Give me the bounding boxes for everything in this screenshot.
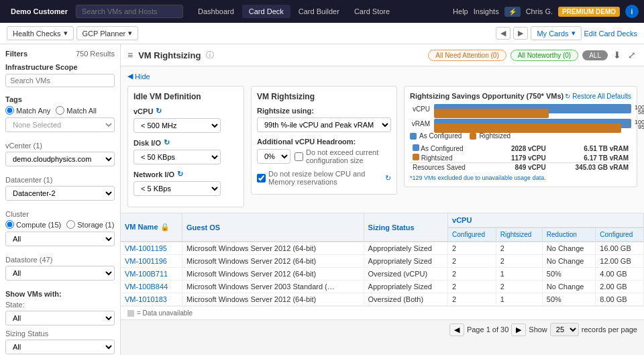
no-resize-checkbox-label[interactable]: Do not resize below CPU and Memory reser… [257, 170, 381, 186]
none-selected-dropdown[interactable]: None Selected [5, 117, 115, 132]
restore-defaults-btn[interactable]: ↻ Restore All Defaults [565, 93, 631, 100]
datacenter-dropdown[interactable]: Datacenter-2 [5, 186, 115, 201]
table-footer: ◀ Page 1 of 30 ▶ Show 25 records per pag… [121, 319, 644, 339]
lock-icon[interactable]: 🔒 [160, 223, 170, 231]
chart-legend: As Configured Rightsized [410, 132, 631, 140]
share-icon-btn[interactable]: ⤢ [627, 48, 637, 62]
network-select[interactable]: < 5 KBps [133, 181, 221, 196]
no-resize-checkbox[interactable] [257, 174, 266, 183]
storage-radio[interactable]: Storage (1) [66, 220, 114, 229]
disk-select[interactable]: < 50 KBps [133, 150, 221, 164]
settings-row: Idle VM Definition vCPU ↻ < 500 MHz [127, 86, 637, 207]
edit-card-decks-btn[interactable]: Edit Card Decks [584, 30, 637, 38]
vm-cfg-3: 2 [448, 268, 496, 281]
search-vms-input[interactable] [5, 74, 115, 87]
vm-rsize-4: 2 [496, 281, 542, 293]
disk-refresh-icon[interactable]: ↻ [164, 138, 170, 147]
attention-badge[interactable]: All Need Attention (0) [428, 50, 506, 61]
wifi-icon-btn[interactable]: ⚡ [504, 7, 521, 17]
vcpu-group: vCPU ↻ < 500 MHz [133, 107, 238, 133]
network-refresh-icon[interactable]: ↻ [177, 170, 183, 179]
idle-vm-col: Idle VM Definition vCPU ↻ < 500 MHz [127, 86, 244, 207]
noteworthy-badge[interactable]: All Noteworthy (0) [511, 50, 578, 61]
datastore-dropdown[interactable]: All [5, 266, 115, 281]
nav-link-cardstore[interactable]: Card Store [347, 5, 396, 18]
vm-rsize-5: 1 [496, 293, 542, 306]
user-name[interactable]: Chris G. [526, 7, 553, 15]
th-sub-configured[interactable]: Configured [448, 227, 496, 242]
vm-name-4[interactable]: VM-100B844 [121, 281, 182, 293]
vcpu-headroom-label: Additional vCPU Headroom: [257, 138, 391, 146]
next-page-btn[interactable]: ▶ [511, 323, 526, 336]
th-vm-name[interactable]: VM Name 🔒 [121, 213, 182, 242]
page-controls: ◀ Page 1 of 30 ▶ Show 25 records per pag… [449, 323, 637, 336]
no-exceed-checkbox-label[interactable]: Do not exceed current configuration size [294, 148, 391, 164]
match-all-radio[interactable]: Match All [56, 106, 97, 115]
vcenter-dropdown[interactable]: demo.cloudphysics.com [5, 152, 115, 166]
rightsizing-col: VM Rightsizing Rightsize using: 99th %-i… [251, 86, 397, 195]
nav-link-dashboard[interactable]: Dashboard [191, 5, 241, 18]
vram-rightsized-pct: 95% [638, 123, 644, 130]
cluster-section: Cluster Compute (15) Storage (1) All [5, 210, 115, 250]
info-icon[interactable]: ⓘ [206, 50, 214, 61]
th-sizing-status[interactable]: Sizing Status [364, 213, 447, 242]
search-input[interactable] [76, 5, 183, 18]
prev-page-btn[interactable]: ◀ [449, 323, 464, 336]
show-select[interactable]: 25 [550, 323, 579, 336]
vm-name-5[interactable]: VM-1010183 [121, 293, 182, 306]
vm-os-4: Microsoft Windows Server 2003 Standard (… [182, 281, 364, 293]
cluster-dropdown[interactable]: All [5, 232, 115, 246]
compute-radio[interactable]: Compute (15) [5, 220, 61, 229]
vm-reduction-5: 50% [542, 293, 595, 306]
cluster-type-row: Compute (15) Storage (1) [5, 220, 115, 229]
brand-name: Demo Customer [5, 7, 73, 15]
nav-links: Dashboard Card Deck Card Builder Card St… [191, 5, 450, 18]
nav-arrow-controls: ◀ ▶ My Cards ▾ Edit Card Decks [496, 26, 637, 40]
hide-button[interactable]: ◀ Hide [127, 72, 150, 81]
sizing-dropdown[interactable]: All [5, 340, 115, 354]
settings-panel: ◀ Hide Idle VM Definition vCPU ↻ [121, 66, 644, 213]
sizing-status-label: Sizing Status [5, 329, 115, 338]
vm-name-3[interactable]: VM-100B711 [121, 268, 182, 281]
vm-name-2[interactable]: VM-1001196 [121, 255, 182, 268]
stats-row-saved: Resources Saved 849 vCPU 345.03 GB vRAM [410, 163, 631, 172]
no-resize-refresh-icon[interactable]: ↻ [385, 174, 391, 183]
help-link[interactable]: Help [453, 7, 468, 15]
insights-link[interactable]: Insights [474, 7, 499, 15]
vm-cfg-4: 2 [448, 281, 496, 293]
match-any-radio[interactable]: Match Any [5, 106, 50, 115]
idle-vm-title: Idle VM Definition [133, 92, 238, 101]
vcpu-refresh-icon[interactable]: ↻ [156, 107, 162, 115]
th-sub-reduction[interactable]: Reduction [542, 227, 595, 242]
vcpu-select[interactable]: < 500 MHz [133, 118, 221, 133]
health-checks-btn[interactable]: Health Checks ▾ [7, 26, 74, 40]
vm-status-4: Appropriately Sized [364, 281, 447, 293]
no-exceed-checkbox[interactable] [294, 152, 303, 161]
tags-section: Tags Match Any Match All None Selected [5, 95, 115, 136]
nav-prev-btn[interactable]: ◀ [496, 27, 511, 40]
rightsize-select[interactable]: 99th %-ile vCPU and Peak vRAM Usage [257, 117, 391, 132]
saved-label: Resources Saved [410, 163, 492, 172]
state-label: State: [5, 301, 115, 309]
all-badge[interactable]: ALL [582, 50, 608, 60]
download-icon-btn[interactable]: ⬇ [612, 48, 623, 62]
th-sub-rightsized[interactable]: Rightsized [496, 227, 542, 242]
vm-cfg-1: 2 [448, 242, 496, 255]
my-cards-btn[interactable]: My Cards ▾ [531, 26, 581, 40]
vm-reduction-1: No Change [542, 242, 595, 255]
state-dropdown[interactable]: All [5, 311, 115, 325]
vcpu-label: vCPU [133, 107, 153, 115]
no-resize-row: Do not resize below CPU and Memory reser… [257, 170, 391, 186]
headroom-select[interactable]: 0% [257, 149, 290, 164]
legend-rightsized: Rightsized [470, 132, 511, 140]
nav-link-cardbuilder[interactable]: Card Builder [292, 5, 346, 18]
th-sub-configured2[interactable]: Configured [596, 227, 644, 242]
vm-name-1[interactable]: VM-1001195 [121, 242, 182, 255]
nav-link-carddeck[interactable]: Card Deck [242, 5, 290, 18]
vm-rsize-2: 2 [496, 255, 542, 268]
vram-bar-row: vRAM 100% 95% [410, 119, 631, 128]
show-vms-section: Show VMs with: State: All Sizing Status … [5, 290, 115, 355]
gcp-planner-btn[interactable]: GCP Planner ▾ [76, 26, 139, 40]
nav-next-btn[interactable]: ▶ [513, 27, 528, 40]
th-guest-os[interactable]: Guest OS [182, 213, 364, 242]
